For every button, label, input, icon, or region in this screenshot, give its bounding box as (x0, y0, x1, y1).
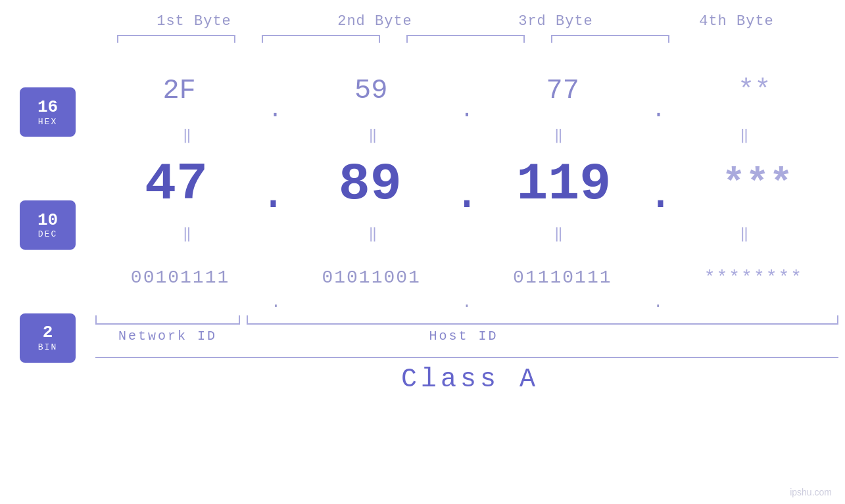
eq3: ‖ (487, 126, 632, 144)
dec-cell-3: 119 (491, 154, 636, 214)
eq8: ‖ (673, 225, 818, 242)
hex-dot-2: . (460, 99, 473, 125)
bracket-top-4 (551, 35, 669, 43)
id-labels: Network ID Host ID (95, 329, 838, 344)
hex-dot-1: . (268, 99, 282, 125)
bin-val-2: 01011001 (322, 267, 420, 288)
byte-header-4: 4th Byte (664, 13, 809, 30)
byte-headers: 1st Byte 2nd Byte 3rd Byte 4th Byte (104, 13, 827, 30)
bin-val-1: 00101111 (131, 267, 229, 288)
bracket-top-3 (406, 35, 525, 43)
dec-row: 47 . 89 . 119 . *** (95, 145, 838, 223)
dec-cell-4: *** (685, 162, 830, 206)
bin-cell-4: ******** (681, 267, 826, 288)
hex-val-4: ** (738, 75, 771, 106)
dec-val-1: 47 (145, 154, 208, 214)
bottom-section: Network ID Host ID (95, 315, 838, 344)
bin-row: 00101111 . 01011001 . 01110111 . *******… (95, 243, 838, 312)
eq1: ‖ (116, 126, 260, 144)
host-bracket (247, 315, 838, 325)
equals-hex-dec: ‖ ‖ ‖ ‖ (95, 125, 838, 145)
network-id-label: Network ID (95, 329, 240, 344)
content-area: 16 HEX 10 DEC 2 BIN 2F . 59 (0, 56, 845, 394)
hex-dot-3: . (652, 99, 665, 125)
hex-cell-2: 59 (299, 75, 443, 106)
badge-hex: 16 HEX (20, 87, 76, 137)
host-id-label: Host ID (247, 329, 681, 344)
equals-dec-bin: ‖ ‖ ‖ ‖ (95, 223, 838, 243)
eq6: ‖ (302, 225, 447, 242)
hex-cell-4: ** (682, 75, 827, 106)
hex-val-3: 77 (546, 75, 579, 106)
network-bracket (95, 315, 240, 325)
eq2: ‖ (302, 126, 447, 144)
hex-val-2: 59 (354, 75, 387, 106)
dec-val-4: *** (722, 162, 793, 206)
bracket-top-1 (117, 35, 235, 43)
byte-header-2: 2nd Byte (302, 13, 447, 30)
top-brackets (104, 35, 827, 43)
bin-val-4: ******** (704, 267, 803, 288)
bottom-brackets (95, 315, 838, 325)
dec-cell-2: 89 (298, 154, 443, 214)
hex-cell-3: 77 (491, 75, 635, 106)
badge-hex-num: 16 (37, 98, 58, 117)
dec-cell-1: 47 (104, 154, 249, 214)
hex-row: 2F . 59 . 77 . ** (95, 56, 838, 125)
dec-dot-3: . (646, 172, 674, 223)
bin-val-3: 01110111 (513, 267, 612, 288)
left-badges: 16 HEX 10 DEC 2 BIN (0, 56, 95, 394)
badge-hex-type: HEX (38, 117, 57, 127)
badge-dec-num: 10 (37, 211, 58, 230)
bracket-top-2 (262, 35, 380, 43)
eq5: ‖ (116, 225, 260, 242)
bin-dot-2: . (462, 295, 471, 312)
byte-header-1: 1st Byte (122, 13, 266, 30)
badge-bin: 2 BIN (20, 313, 76, 363)
byte-header-3: 3rd Byte (483, 13, 628, 30)
page-container: 1st Byte 2nd Byte 3rd Byte 4th Byte 16 H… (0, 0, 845, 504)
rows-area: 2F . 59 . 77 . ** ‖ ‖ ‖ ‖ (95, 56, 845, 394)
eq7: ‖ (487, 225, 632, 242)
hex-val-1: 2F (162, 75, 195, 106)
bin-dot-3: . (653, 295, 662, 312)
bin-cell-3: 01110111 (490, 267, 635, 288)
dec-val-2: 89 (339, 154, 402, 214)
dec-dot-2: . (453, 172, 481, 223)
bin-cell-2: 01011001 (299, 267, 444, 288)
class-label: Class A (95, 365, 845, 394)
badge-dec-type: DEC (38, 229, 57, 239)
watermark: ipshu.com (790, 487, 832, 497)
dec-val-3: 119 (516, 154, 611, 214)
eq4: ‖ (673, 126, 818, 144)
badge-bin-type: BIN (38, 342, 57, 352)
hex-cell-1: 2F (107, 75, 252, 106)
bin-dot-1: . (271, 295, 280, 312)
dec-dot-1: . (259, 172, 287, 223)
badge-bin-num: 2 (43, 323, 53, 342)
class-bar (95, 357, 838, 358)
badge-dec: 10 DEC (20, 200, 76, 250)
bin-cell-1: 00101111 (108, 267, 253, 288)
